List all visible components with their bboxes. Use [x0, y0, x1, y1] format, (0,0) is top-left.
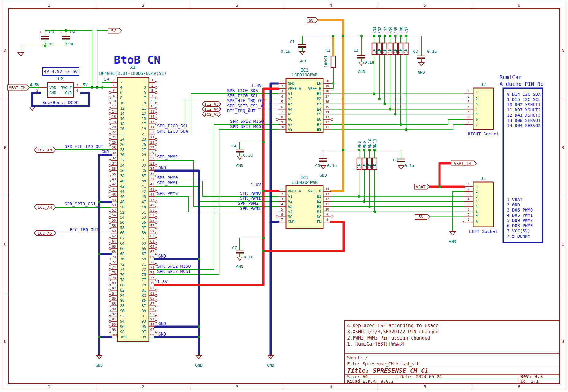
wire-c7-link[interactable]: [240, 238, 263, 250]
net-label-spi3_cs1[interactable]: SPR_SPI3_CS1_X: [64, 201, 101, 207]
r1-ref: R1: [325, 48, 330, 52]
no-connect-circle: [276, 118, 278, 120]
x1-pin-name: 66: [120, 246, 124, 251]
sheet-col-label: 4: [330, 3, 332, 8]
wire-x1-pin2-5v[interactable]: [102, 82, 111, 87]
wire-caps-gnd[interactable]: [21, 46, 66, 53]
polarity-plus: +: [60, 30, 62, 34]
wires-green[interactable]: [21, 31, 464, 275]
gnd-symbol-icon[interactable]: [450, 232, 455, 235]
net-label-pwm3[interactable]: SPR_PWM3: [157, 191, 178, 196]
gnd-symbol-icon[interactable]: [237, 257, 242, 260]
net-label-i2c_sda[interactable]: SPR_I2C0_SDA: [157, 129, 188, 134]
net-label-spi2_mosi[interactable]: SPR_SPI2_MOSI: [157, 269, 191, 274]
net-label-pwm2[interactable]: SPR_PWM2: [238, 201, 258, 206]
x1-pin-name: 40: [120, 179, 124, 183]
wire-gnd-left[interactable]: [99, 155, 111, 355]
j1-left-socket-pin-name: 5: [476, 204, 478, 209]
ic1-lsf0204-pin-name: A1: [288, 194, 292, 199]
net-label-spi2_mosi[interactable]: SPR_SPI2_MOSI: [230, 124, 264, 129]
x1-pin-number: 43: [150, 188, 154, 192]
net-label-rtc_irq[interactable]: RTC_IRQ_OUT: [227, 108, 256, 114]
net-label-gnd[interactable]: GND: [158, 332, 166, 336]
net-label-v5[interactable]: 5V: [104, 77, 109, 82]
j1-left-socket[interactable]: J11122334455667788LEFT Socket: [462, 176, 498, 234]
net-label-hif_irq[interactable]: SPR_HIF_IRQ_OUT: [64, 144, 103, 149]
x1-connector[interactable]: BtoB CNX1DF40HC(3.0)-100DS-0.4V(51)22114…: [99, 53, 166, 342]
wire-gnd-ic2[interactable]: [271, 83, 278, 355]
u2-buckboost[interactable]: U2VDDGND5VOUTGND12344.5V5VBuckBoost DCDC…: [8, 67, 88, 110]
x1-pin-number: 32: [112, 156, 116, 160]
x1-pin-name: 91: [142, 314, 146, 318]
ic1-lsf0204-pin-name: A3: [288, 204, 292, 209]
net-label-v1_8[interactable]: 1.8V: [157, 279, 168, 284]
no-connect-circle: [109, 112, 111, 114]
wire-vbat-in-j1[interactable]: [439, 163, 451, 187]
x1-pin-number: 21: [150, 130, 154, 134]
gnd-symbol-icon[interactable]: [359, 62, 364, 65]
gnd-symbol-text: GND: [418, 70, 425, 75]
x1-pin-name: 55: [142, 220, 146, 225]
gnd-symbol-icon[interactable]: [398, 166, 404, 169]
wire-c4-link[interactable]: [240, 142, 263, 149]
gnd-symbol-icon[interactable]: [237, 156, 242, 159]
rn-ref: RN4: [388, 26, 392, 34]
r1-body[interactable]: [331, 56, 335, 68]
net-label-v1_8[interactable]: 1.8V: [251, 83, 261, 88]
net-label-hif_irq[interactable]: SPR_HIF_IRQ_OUT: [227, 98, 266, 103]
net-label-gnd[interactable]: GND: [102, 149, 109, 154]
x1-pin-name: 90: [120, 309, 124, 313]
resistors[interactable]: RN11KRN21KRN31KRN41KRN51KRN61KRN71KRN81K…: [323, 26, 408, 212]
x1-pin-number: 53: [150, 213, 154, 217]
net-label-v1_8[interactable]: 1.8V: [250, 182, 261, 187]
net-label-i2c_scl[interactable]: SPR_I2C0_SCL: [227, 93, 258, 99]
gnd-symbol-icon[interactable]: [29, 107, 35, 110]
net-label-gnd[interactable]: GND: [158, 321, 166, 326]
junction-dot: [384, 35, 386, 37]
no-connect-circle: [109, 294, 111, 297]
no-connect-circle: [155, 305, 157, 307]
x1-pin-number: 52: [112, 208, 116, 212]
no-connect-circle: [109, 102, 111, 104]
net-label-pwm0[interactable]: SPR_PWM0: [157, 175, 178, 180]
x1-pin-name: 3: [144, 85, 146, 90]
net-label-gnd[interactable]: GND: [158, 165, 166, 170]
x1-pin-name: 75: [142, 273, 146, 277]
sheet-col-label: 2: [142, 3, 144, 8]
ic1-lsf0204-pin-num: 6: [281, 213, 283, 217]
gnd-symbol-icon[interactable]: [320, 165, 326, 169]
x1-pin-number: 94: [112, 317, 116, 321]
gnd-symbol-text: GND: [236, 163, 243, 168]
net-label-spi2_miso[interactable]: SPR_SPI2_MISO: [230, 119, 264, 124]
x1-pin-name: 29: [142, 153, 146, 157]
hier-label-text: IC2_A4: [38, 205, 52, 210]
gnd-symbol-icon[interactable]: [419, 63, 424, 66]
wire-ic2-b8[interactable]: [331, 125, 464, 130]
net-label-rtc_irq[interactable]: RTC_IRQ_OUT: [70, 227, 99, 232]
j2-right-socket[interactable]: J211223344556677RIGHT Socket: [464, 82, 499, 136]
ic2-lsf0108-pin-num: 6: [281, 105, 283, 109]
net-label-spi2_miso[interactable]: SPR_SPI2_MISO: [157, 264, 191, 269]
ic1-lsf0204[interactable]: IC1LSF0204PWR1VREF_A2A13A24A35A46NC7GND1…: [276, 175, 333, 229]
wire-spi2-mosi[interactable]: [155, 130, 278, 275]
no-connect-circle: [109, 91, 111, 94]
x1-pin-number: 93: [150, 317, 154, 321]
u2-body[interactable]: [48, 82, 74, 98]
gnd-symbol-icon[interactable]: [299, 51, 305, 55]
net-label-pwm1[interactable]: SPR_PWM1: [240, 196, 261, 201]
ic2-lsf0108-pin-name: A7: [288, 122, 292, 127]
net-label-pwm1[interactable]: SPR_PWM1: [157, 180, 178, 186]
gnd-symbol-icon[interactable]: [18, 53, 24, 56]
ic2-lsf0108[interactable]: IC2LSF0108PWR1GND2VREF_A3A14A25A36A47A58…: [276, 68, 333, 133]
net-label-gnd[interactable]: GND: [158, 254, 166, 258]
net-label-spi3_cs1[interactable]: SPR_SPI3_CS1_X: [227, 103, 264, 109]
j1-left-socket-pin-num: 7: [468, 213, 470, 217]
wire-ic2-b7[interactable]: [331, 119, 464, 125]
net-label-pwm3[interactable]: SPR_PWM3: [240, 206, 261, 211]
net-label-pwm2[interactable]: SPR_PWM2: [157, 154, 178, 160]
net-label-i2c_scl[interactable]: SPR_I2C0_SCL: [157, 123, 188, 129]
wire-gnd-right[interactable]: [155, 171, 199, 355]
net-label-pwm0[interactable]: SPR_PWM0: [240, 191, 261, 196]
net-label-i2c_sda[interactable]: SPR_I2C0_SDA: [227, 88, 258, 93]
kicad-schematic-canvas: 112233445566AABBCCDD4.Replaced LSF accor…: [0, 0, 568, 392]
